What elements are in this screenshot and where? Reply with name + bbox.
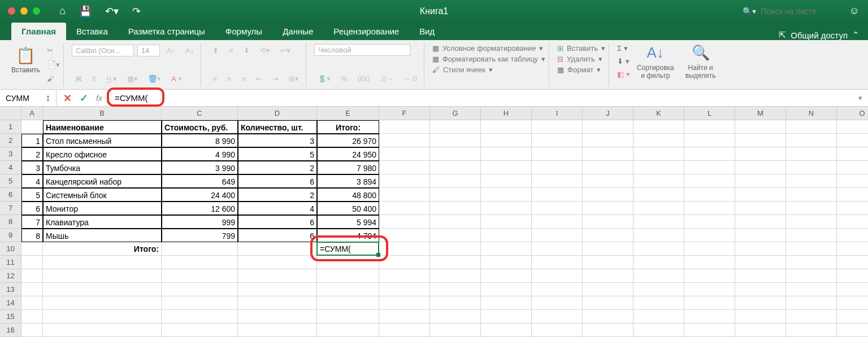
align-top-icon[interactable]: ⬆ [209, 44, 222, 57]
format-as-table-button[interactable]: ▦Форматировать как таблицу ▾ [432, 55, 545, 63]
cell-M7[interactable] [735, 202, 786, 215]
cell-K10[interactable] [633, 242, 684, 256]
cell-G3[interactable] [430, 147, 481, 161]
cell-L2[interactable] [684, 134, 735, 147]
cell-E4[interactable]: 7 980 [317, 161, 379, 174]
cell-M16[interactable] [735, 323, 786, 337]
percent-icon[interactable]: % [337, 72, 351, 85]
orientation-icon[interactable]: ⟲▾ [257, 44, 274, 57]
decrease-decimal-icon[interactable]: ←.0 [400, 72, 420, 85]
column-header-h[interactable]: H [481, 107, 532, 120]
align-bottom-icon[interactable]: ⬇ [240, 44, 253, 57]
format-cells-button[interactable]: ▦Формат ▾ [557, 65, 605, 74]
cell-I15[interactable] [532, 310, 583, 323]
cell-B1[interactable]: Наименование [43, 120, 162, 134]
row-header-9[interactable]: 9 [0, 229, 21, 242]
row-header-14[interactable]: 14 [0, 296, 21, 310]
bold-button[interactable]: Ж [72, 72, 85, 85]
cell-H3[interactable] [481, 147, 532, 161]
search-box[interactable]: 🔍▾ [743, 7, 840, 16]
fill-color-button[interactable]: 🪣▾ [145, 72, 164, 85]
cell-H5[interactable] [481, 174, 532, 188]
cell-D13[interactable] [238, 283, 317, 296]
cell-F3[interactable] [379, 147, 430, 161]
cell-D3[interactable]: 5 [238, 147, 317, 161]
minimize-window-button[interactable] [20, 7, 28, 15]
cell-I9[interactable] [532, 229, 583, 242]
tab-insert[interactable]: Вставка [66, 23, 118, 40]
cell-B8[interactable]: Клавиатура [43, 215, 162, 229]
cell-A6[interactable]: 5 [21, 188, 43, 202]
cell-B7[interactable]: Монитор [43, 202, 162, 215]
cell-D15[interactable] [238, 310, 317, 323]
cell-N12[interactable] [786, 269, 837, 283]
cell-N6[interactable] [786, 188, 837, 202]
select-all-corner[interactable] [0, 107, 21, 120]
cell-G9[interactable] [430, 229, 481, 242]
cell-A3[interactable]: 2 [21, 147, 43, 161]
copy-icon[interactable]: 📄▾ [47, 60, 60, 69]
cell-D8[interactable]: 6 [238, 215, 317, 229]
cell-F13[interactable] [379, 283, 430, 296]
cell-D11[interactable] [238, 256, 317, 269]
home-icon[interactable]: ⌂ [59, 5, 66, 17]
fx-icon[interactable]: fx [96, 94, 102, 103]
cell-F15[interactable] [379, 310, 430, 323]
cell-N4[interactable] [786, 161, 837, 174]
cell-H1[interactable] [481, 120, 532, 134]
column-header-l[interactable]: L [684, 107, 735, 120]
fill-button[interactable]: ⬇ ▾ [617, 57, 630, 65]
cell-E9[interactable]: 4 794 [317, 229, 379, 242]
row-header-10[interactable]: 10 [0, 242, 21, 256]
cell-G15[interactable] [430, 310, 481, 323]
paste-button[interactable]: 📋 Вставить [9, 44, 42, 76]
cell-E5[interactable]: 3 894 [317, 174, 379, 188]
cell-M1[interactable] [735, 120, 786, 134]
cell-I12[interactable] [532, 269, 583, 283]
cell-G8[interactable] [430, 215, 481, 229]
cell-I1[interactable] [532, 120, 583, 134]
row-header-7[interactable]: 7 [0, 202, 21, 215]
cell-M5[interactable] [735, 174, 786, 188]
align-middle-icon[interactable]: ≡ [225, 44, 237, 57]
cell-B14[interactable] [43, 296, 162, 310]
cell-G12[interactable] [430, 269, 481, 283]
cell-O6[interactable] [837, 188, 868, 202]
cell-D7[interactable]: 4 [238, 202, 317, 215]
cell-H15[interactable] [481, 310, 532, 323]
active-cell[interactable]: =СУММ( [316, 242, 379, 256]
cell-I4[interactable] [532, 161, 583, 174]
row-header-3[interactable]: 3 [0, 147, 21, 161]
cell-O11[interactable] [837, 256, 868, 269]
cell-G11[interactable] [430, 256, 481, 269]
cell-C2[interactable]: 8 990 [162, 134, 238, 147]
cell-H4[interactable] [481, 161, 532, 174]
cell-H13[interactable] [481, 283, 532, 296]
cell-J1[interactable] [583, 120, 633, 134]
cell-I14[interactable] [532, 296, 583, 310]
cell-E8[interactable]: 5 994 [317, 215, 379, 229]
cell-J3[interactable] [583, 147, 633, 161]
cell-C4[interactable]: 3 990 [162, 161, 238, 174]
cell-F4[interactable] [379, 161, 430, 174]
underline-button[interactable]: Ч▾ [103, 72, 120, 85]
cell-F14[interactable] [379, 296, 430, 310]
cell-B9[interactable]: Мышь [43, 229, 162, 242]
row-header-12[interactable]: 12 [0, 269, 21, 283]
autosum-button[interactable]: Σ ▾ [617, 44, 630, 52]
cell-D5[interactable]: 6 [238, 174, 317, 188]
cell-A4[interactable]: 3 [21, 161, 43, 174]
cancel-formula-button[interactable]: ✕ [63, 92, 72, 104]
cell-D4[interactable]: 2 [238, 161, 317, 174]
number-format-selector[interactable]: Числовой [314, 44, 410, 56]
cell-N2[interactable] [786, 134, 837, 147]
cell-L16[interactable] [684, 323, 735, 337]
cell-C1[interactable]: Стоимость, руб. [162, 120, 238, 134]
cell-D16[interactable] [238, 323, 317, 337]
cell-M14[interactable] [735, 296, 786, 310]
share-button[interactable]: ⇱ Общий доступ ⌃ [779, 30, 860, 40]
cell-N16[interactable] [786, 323, 837, 337]
cell-I6[interactable] [532, 188, 583, 202]
cell-I3[interactable] [532, 147, 583, 161]
cell-K6[interactable] [633, 188, 684, 202]
